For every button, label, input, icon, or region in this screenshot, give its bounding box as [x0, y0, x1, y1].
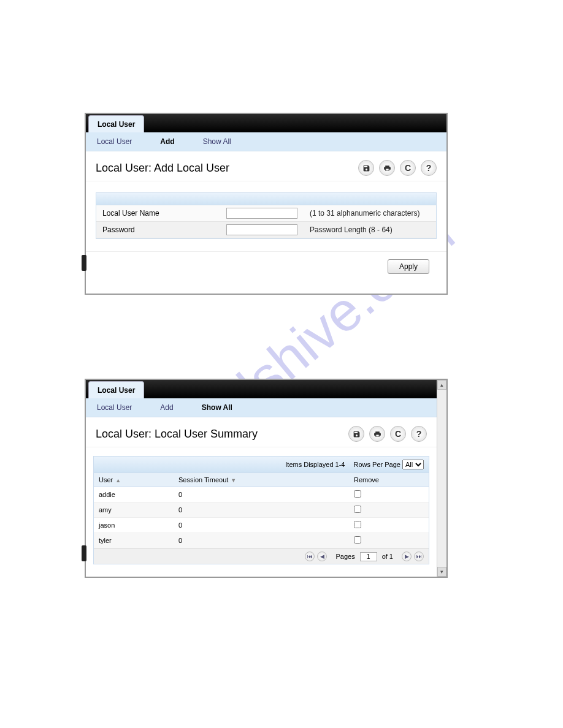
form-header-bar: [96, 193, 436, 205]
print-icon[interactable]: [369, 426, 385, 442]
pager-last-icon[interactable]: ⏭: [414, 552, 424, 561]
cell-timeout: 0: [174, 487, 349, 502]
subtab-add[interactable]: Add: [156, 402, 177, 413]
sort-asc-icon: ▲: [115, 477, 121, 483]
apply-button[interactable]: Apply: [388, 259, 429, 274]
tab-local-user[interactable]: Local User: [88, 381, 144, 398]
action-icons: C ?: [358, 160, 437, 176]
cell-remove: [349, 502, 429, 518]
cell-remove: [349, 487, 429, 502]
col-session-timeout[interactable]: Session Timeout▼: [174, 473, 349, 487]
rows-per-page-select[interactable]: All: [402, 460, 424, 469]
page-title: Local User: Local User Summary: [96, 428, 258, 441]
cell-user: tyler: [94, 533, 174, 548]
scroll-down-icon[interactable]: ▾: [437, 567, 446, 577]
subtab-show-all[interactable]: Show All: [199, 136, 235, 147]
subtab-local-user[interactable]: Local User: [93, 402, 136, 413]
sub-tabbar: Local User Add Show All: [86, 398, 437, 417]
sort-icon: ▼: [231, 477, 236, 483]
cell-remove: [349, 533, 429, 548]
cell-user: addie: [94, 487, 174, 502]
cell-timeout: 0: [174, 518, 349, 533]
remove-checkbox[interactable]: [354, 506, 361, 513]
add-local-user-panel: Local User Local User Add Show All Local…: [85, 113, 448, 295]
pager-of-label: of 1: [382, 553, 393, 560]
subtab-add[interactable]: Add: [156, 136, 178, 147]
page-title: Local User: Add Local User: [96, 162, 229, 175]
scroll-up-icon[interactable]: ▴: [437, 380, 446, 390]
sub-tabbar: Local User Add Show All: [86, 132, 446, 151]
remove-checkbox[interactable]: [354, 521, 361, 528]
subtab-show-all[interactable]: Show All: [198, 402, 236, 413]
input-password[interactable]: [226, 224, 297, 235]
table-row: addie0: [94, 487, 429, 502]
main-tabbar: Local User: [86, 380, 437, 398]
scrollbar[interactable]: ▴ ▾: [437, 380, 446, 577]
table-row: jason0: [94, 518, 429, 533]
pager-current-input[interactable]: [360, 552, 377, 561]
cell-user: jason: [94, 518, 174, 533]
pager: ⏮ ◀ Pages of 1 ▶ ⏭: [94, 548, 429, 564]
hint-password: Password Length (8 - 64): [305, 223, 397, 237]
row-password: Password Password Length (8 - 64): [96, 222, 436, 238]
pager-first-icon[interactable]: ⏮: [305, 552, 315, 561]
cell-timeout: 0: [174, 533, 349, 548]
action-row: Apply: [86, 251, 446, 282]
add-user-form: Local User Name (1 to 31 alphanumeric ch…: [96, 192, 437, 239]
action-icons: C ?: [348, 426, 427, 442]
user-table: Items Displayed 1-4 Rows Per Page All Us…: [93, 456, 429, 564]
pages-label: Pages: [335, 553, 354, 560]
refresh-icon[interactable]: C: [390, 426, 406, 442]
save-icon[interactable]: [358, 160, 374, 176]
col-remove: Remove: [349, 473, 429, 487]
hint-user-name: (1 to 31 alphanumeric characters): [305, 207, 424, 220]
print-icon[interactable]: [379, 160, 395, 176]
pager-next-icon[interactable]: ▶: [402, 552, 412, 561]
subtab-local-user[interactable]: Local User: [93, 136, 136, 147]
collapse-handle-icon[interactable]: [86, 545, 86, 561]
row-user-name: Local User Name (1 to 31 alphanumeric ch…: [96, 205, 436, 222]
user-summary-panel: Local User Local User Add Show All Local…: [85, 379, 448, 578]
tab-local-user[interactable]: Local User: [88, 115, 144, 132]
help-icon[interactable]: ?: [421, 160, 437, 176]
cell-remove: [349, 518, 429, 533]
help-icon[interactable]: ?: [411, 426, 427, 442]
label-password: Password: [96, 222, 225, 237]
scroll-track[interactable]: [437, 390, 446, 567]
collapse-handle-icon[interactable]: [82, 255, 86, 271]
remove-checkbox[interactable]: [354, 536, 361, 544]
pager-prev-icon[interactable]: ◀: [317, 552, 327, 561]
label-user-name: Local User Name: [96, 206, 225, 221]
refresh-icon[interactable]: C: [400, 160, 416, 176]
title-row: Local User: Local User Summary C ?: [86, 417, 437, 447]
main-tabbar: Local User: [86, 114, 446, 132]
cell-user: amy: [94, 502, 174, 518]
items-displayed-label: Items Displayed 1-4: [285, 461, 345, 468]
cell-timeout: 0: [174, 502, 349, 518]
title-row: Local User: Add Local User C ?: [86, 151, 446, 181]
save-icon[interactable]: [348, 426, 364, 442]
table-row: tyler0: [94, 533, 429, 548]
table-toolbar: Items Displayed 1-4 Rows Per Page All: [94, 457, 429, 472]
col-user[interactable]: User▲: [94, 473, 174, 487]
input-user-name[interactable]: [226, 208, 297, 219]
rows-per-page-label: Rows Per Page: [354, 461, 400, 468]
remove-checkbox[interactable]: [354, 490, 361, 498]
table-row: amy0: [94, 502, 429, 518]
